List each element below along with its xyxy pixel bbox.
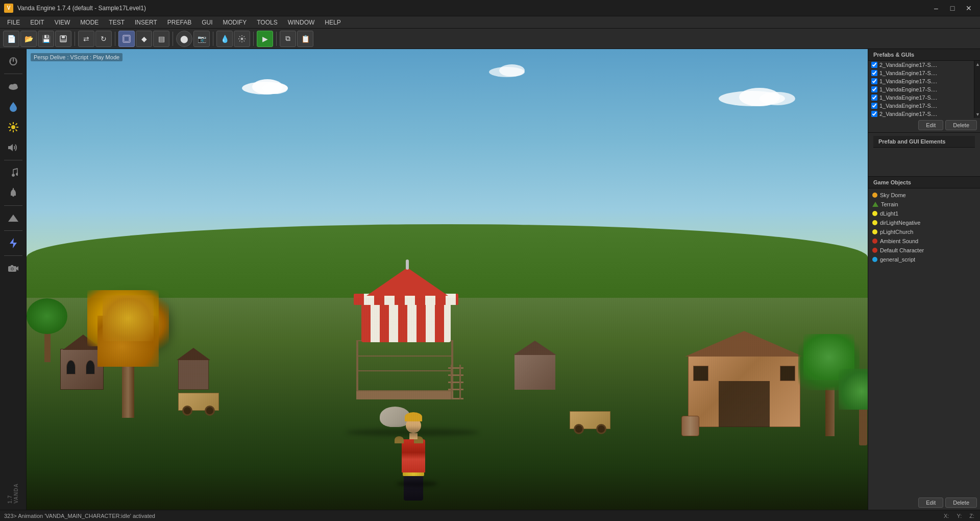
left-sep-2 — [4, 160, 22, 160]
left-tool-lightning[interactable] — [4, 234, 22, 252]
prefab-item-2[interactable]: 1_VandaEngine17-S.... — [868, 77, 974, 85]
prefab-label-0: 2_VandaEngine17-S.... — [879, 62, 971, 68]
prefabs-header: Prefabs & GUIs — [868, 49, 980, 61]
coord-z: Z: — [969, 513, 976, 519]
toolbar-open[interactable]: 📂 — [20, 31, 37, 47]
toolbar-redo[interactable]: ↻ — [95, 31, 112, 47]
prefab-item-1[interactable]: 1_VandaEngine17-S.... — [868, 69, 974, 77]
menu-mode[interactable]: MODE — [75, 16, 104, 28]
toolbar-play[interactable]: ▶ — [257, 31, 273, 47]
prefab-edit-button[interactable]: Edit — [918, 120, 943, 130]
coord-x-label: X: — [944, 513, 949, 519]
viewport-label: Persp Delive : VScript : Play Mode — [31, 53, 122, 61]
left-sep-1 — [4, 74, 22, 74]
menu-prefab[interactable]: PREFAB — [162, 16, 197, 28]
prefab-item-5[interactable]: 1_VandaEngine17-S.... — [868, 102, 974, 110]
prefab-check-3[interactable] — [871, 86, 877, 92]
go-item-skydome[interactable]: Sky Dome — [868, 191, 980, 200]
left-toolbar: 1.7VANDA — [0, 49, 27, 510]
title-bar: V Vanda Engine 1.7.4 (default - Sample17… — [0, 0, 980, 16]
menu-insert[interactable]: INSERT — [130, 16, 162, 28]
toolbar-sphere[interactable]: ⬤ — [176, 31, 192, 47]
toolbar-screenshot[interactable]: 📷 — [193, 31, 210, 47]
left-tool-camera[interactable] — [4, 259, 22, 277]
toolbar-water[interactable]: 💧 — [216, 31, 233, 47]
prefab-delete-button[interactable]: Delete — [945, 120, 977, 130]
menu-tools[interactable]: TOOLS — [252, 16, 282, 28]
svg-rect-2 — [61, 39, 66, 42]
go-item-terrain[interactable]: Terrain — [868, 200, 980, 209]
toolbar-layout[interactable]: ▤ — [153, 31, 169, 47]
coord-y: Y: — [957, 513, 963, 519]
toolbar-settings[interactable] — [234, 31, 250, 47]
game-objects-list: Sky Dome Terrain dLight1 dirLightNegativ… — [868, 188, 980, 495]
left-tool-mountain[interactable] — [4, 209, 22, 227]
menu-window[interactable]: WINDOW — [283, 16, 320, 28]
prefab-buttons: Edit Delete — [868, 118, 980, 132]
game-objects-buttons: Edit Delete — [868, 495, 980, 510]
toolbar-copy[interactable]: ⧉ — [280, 31, 296, 47]
svg-rect-20 — [13, 188, 14, 190]
prefab-label-2: 1_VandaEngine17-S.... — [879, 78, 971, 84]
prefab-scroll-down[interactable]: ▼ — [974, 111, 980, 118]
menu-test[interactable]: TEST — [104, 16, 130, 28]
left-tool-sun[interactable] — [4, 118, 22, 136]
svg-marker-21 — [8, 215, 18, 222]
left-tool-water[interactable] — [4, 98, 22, 116]
toolbar-sep-1 — [75, 32, 75, 46]
prefab-check-6[interactable] — [871, 111, 877, 117]
prefab-label-3: 1_VandaEngine17-S.... — [879, 86, 971, 92]
prefabs-section: Prefabs & GUIs 2_VandaEngine17-S.... 1_V… — [868, 49, 980, 133]
prefab-scroll[interactable]: 2_VandaEngine17-S.... 1_VandaEngine17-S.… — [868, 61, 974, 118]
menu-modify[interactable]: MODIFY — [218, 16, 252, 28]
toolbar-import[interactable]: ⇄ — [78, 31, 94, 47]
go-delete-button[interactable]: Delete — [945, 498, 977, 508]
left-tool-power[interactable] — [4, 52, 22, 70]
prefab-item-6[interactable]: 2_VandaEngine17-S.... — [868, 110, 974, 118]
menu-file[interactable]: FILE — [2, 16, 25, 28]
game-objects-header: Game Objects — [868, 177, 980, 188]
go-item-dlight1[interactable]: dLight1 — [868, 209, 980, 218]
go-item-defaultchar[interactable]: Default Character — [868, 246, 980, 255]
go-edit-button[interactable]: Edit — [918, 498, 943, 508]
gui-elements-section: Prefab and GUI Elements — [868, 133, 980, 177]
prefab-check-0[interactable] — [871, 62, 877, 68]
go-item-generalscript[interactable]: general_script — [868, 255, 980, 264]
prefab-item-0[interactable]: 2_VandaEngine17-S.... — [868, 61, 974, 69]
svg-marker-19 — [8, 144, 13, 151]
toolbar-select[interactable] — [118, 31, 135, 47]
left-tool-bell[interactable] — [4, 184, 22, 202]
close-button[interactable]: ✕ — [962, 3, 976, 13]
left-sep-3 — [4, 205, 22, 206]
toolbar-save-as[interactable] — [55, 31, 71, 47]
maximize-button[interactable]: □ — [945, 3, 960, 13]
left-tool-sound[interactable] — [4, 138, 22, 157]
menu-gui[interactable]: GUI — [197, 16, 217, 28]
coord-y-label: Y: — [957, 513, 962, 519]
left-tool-music[interactable] — [4, 163, 22, 182]
minimize-button[interactable]: – — [929, 3, 943, 13]
prefab-check-5[interactable] — [871, 103, 877, 109]
prefab-item-3[interactable]: 1_VandaEngine17-S.... — [868, 85, 974, 93]
menu-view[interactable]: VIEW — [50, 16, 76, 28]
prefab-check-1[interactable] — [871, 70, 877, 76]
go-item-ambientsound[interactable]: Ambient Sound — [868, 236, 980, 246]
go-icon-defaultchar — [872, 248, 877, 253]
go-label-defaultchar: Default Character — [880, 247, 924, 253]
prefab-check-2[interactable] — [871, 78, 877, 84]
prefab-item-4[interactable]: 1_VandaEngine17-S.... — [868, 93, 974, 102]
left-tool-cloud[interactable] — [4, 77, 22, 96]
toolbar-save[interactable]: 💾 — [38, 31, 54, 47]
viewport[interactable]: Persp Delive : VScript : Play Mode — [27, 49, 868, 510]
go-item-dirlightneg[interactable]: dirLightNegative — [868, 218, 980, 227]
toolbar-shapes[interactable]: ◆ — [136, 31, 152, 47]
menu-edit[interactable]: EDIT — [25, 16, 49, 28]
svg-marker-22 — [10, 238, 17, 248]
go-item-plightchurch[interactable]: pLightChurch — [868, 227, 980, 236]
go-label-skydome: Sky Dome — [880, 192, 906, 198]
menu-help[interactable]: HELP — [320, 16, 346, 28]
toolbar-paste[interactable]: 📋 — [297, 31, 313, 47]
prefab-check-4[interactable] — [871, 94, 877, 101]
prefab-scroll-up[interactable]: ▲ — [974, 61, 980, 68]
toolbar-new[interactable]: 📄 — [3, 31, 19, 47]
